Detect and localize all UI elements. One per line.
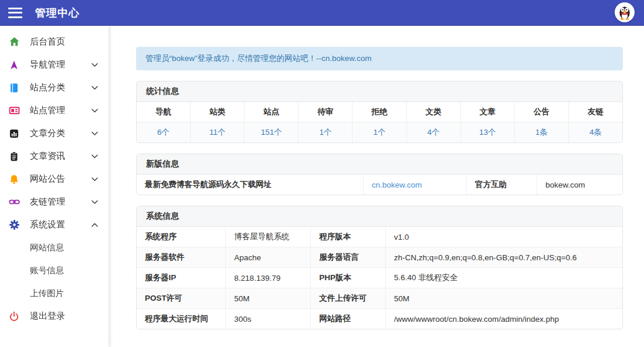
max-runtime-label: 程序最大运行时间 bbox=[137, 309, 226, 329]
post-limit-value: 50M bbox=[226, 288, 311, 308]
table-row: POST许可 50M 文件上传许可 50M bbox=[137, 288, 622, 309]
chevron-down-icon bbox=[91, 108, 98, 113]
sidebar-item-announcement[interactable]: 网站公告 bbox=[0, 168, 109, 190]
sidebar-item-label: 站点管理 bbox=[30, 105, 65, 116]
upload-limit-value: 50M bbox=[386, 288, 622, 308]
system-program-label: 系统程序 bbox=[137, 227, 226, 247]
navigation-icon bbox=[8, 59, 20, 71]
sidebar-item-label: 文章资讯 bbox=[30, 151, 65, 162]
stat-header: 文章 bbox=[461, 102, 515, 123]
sidebar-subitem-upload-image[interactable]: 上传图片 bbox=[0, 282, 109, 305]
sidebar-subitem-site-info[interactable]: 网站信息 bbox=[0, 236, 109, 259]
download-url-link[interactable]: cn.bokew.com bbox=[372, 181, 422, 189]
chevron-down-icon bbox=[91, 154, 98, 158]
stat-header: 站点 bbox=[245, 102, 299, 123]
version-info-card: 新版信息 最新免费博客导航源码永久下载网址 cn.bokew.com 官方互助 … bbox=[136, 154, 623, 195]
sidebar-item-label: 网站公告 bbox=[30, 174, 65, 185]
statistics-value-row: 6个 11个 151个 1个 1个 4个 13个 1条 4条 bbox=[137, 123, 622, 142]
sidebar-item-logout[interactable]: 退出登录 bbox=[0, 305, 109, 328]
post-limit-label: POST许可 bbox=[137, 288, 226, 308]
max-runtime-value: 300s bbox=[226, 309, 311, 329]
server-language-value: zh-CN,zh;q=0.9,en;q=0.8,en-GB;q=0.7,en-U… bbox=[386, 247, 622, 267]
bell-icon bbox=[8, 174, 20, 185]
link-chain-icon bbox=[8, 196, 20, 208]
main-content: 管理员“bokew”登录成功，尽情管理您的网站吧！--cn.bokew.com … bbox=[109, 0, 644, 347]
qq-penguin-icon bbox=[616, 4, 633, 21]
sidebar-item-nav-manage[interactable]: 导航管理 bbox=[0, 53, 109, 76]
stat-header: 拒绝 bbox=[352, 102, 406, 123]
sidebar-item-label: 导航管理 bbox=[30, 59, 65, 70]
statistics-card-title: 统计信息 bbox=[137, 81, 622, 102]
stat-header: 导航 bbox=[137, 102, 191, 123]
home-icon bbox=[8, 36, 20, 48]
sidebar-subitem-account-info[interactable]: 账号信息 bbox=[0, 259, 109, 282]
statistics-card: 统计信息 导航 站类 站点 待审 拒绝 文类 文章 公告 友链 6个 11个 1… bbox=[136, 81, 623, 143]
stat-value-links[interactable]: 4条 bbox=[569, 123, 622, 142]
stat-value-pending[interactable]: 1个 bbox=[299, 123, 352, 142]
stat-header: 文类 bbox=[407, 102, 461, 123]
site-path-value: /www/wwwroot/cn.bokew.com/admin/index.ph… bbox=[386, 309, 622, 329]
sidebar-item-system-settings[interactable]: 系统设置 bbox=[0, 213, 109, 236]
stat-header: 友链 bbox=[569, 102, 622, 123]
sidebar-item-site-manage[interactable]: 站点管理 bbox=[0, 99, 109, 122]
download-url-cell: cn.bokew.com bbox=[364, 175, 467, 195]
system-info-card: 系统信息 系统程序 博客屋导航系统 程序版本 v1.0 服务器软件 Apache… bbox=[136, 206, 623, 329]
gear-icon bbox=[8, 219, 20, 231]
sidebar-subitem-label: 网站信息 bbox=[30, 242, 64, 253]
sidebar-item-article-news[interactable]: 文章资讯 bbox=[0, 145, 109, 168]
system-program-value: 博客屋导航系统 bbox=[226, 227, 311, 247]
stat-value-site-class[interactable]: 11个 bbox=[191, 123, 245, 142]
program-version-label: 程序版本 bbox=[311, 227, 386, 247]
chevron-down-icon bbox=[91, 200, 98, 204]
sidebar-item-home[interactable]: 后台首页 bbox=[0, 30, 109, 53]
stat-value-rejected[interactable]: 1个 bbox=[352, 123, 406, 142]
server-software-label: 服务器软件 bbox=[137, 247, 226, 267]
sidebar-subitem-label: 上传图片 bbox=[30, 288, 64, 299]
chevron-down-icon bbox=[91, 177, 98, 181]
clipboard-icon bbox=[8, 151, 20, 162]
stat-header: 站类 bbox=[191, 102, 245, 123]
sidebar-item-friend-links[interactable]: 友链管理 bbox=[0, 190, 109, 213]
sidebar-item-site-category[interactable]: 站点分类 bbox=[0, 76, 109, 99]
version-card-title: 新版信息 bbox=[137, 154, 622, 175]
server-ip-label: 服务器IP bbox=[137, 268, 226, 288]
app-title: 管理中心 bbox=[35, 6, 80, 20]
stat-value-nav[interactable]: 6个 bbox=[137, 123, 191, 142]
book-icon bbox=[8, 82, 20, 94]
stat-header: 待审 bbox=[299, 102, 352, 123]
bar-chart-icon bbox=[8, 128, 20, 140]
user-avatar[interactable] bbox=[615, 2, 635, 22]
download-url-label: 最新免费博客导航源码永久下载网址 bbox=[137, 175, 364, 195]
table-row: 程序最大运行时间 300s 网站路径 /www/wwwroot/cn.bokew… bbox=[137, 309, 622, 329]
official-help-value: bokew.com bbox=[537, 175, 622, 195]
sidebar-item-label: 系统设置 bbox=[30, 219, 65, 230]
stat-value-article-class[interactable]: 4个 bbox=[407, 123, 461, 142]
stat-header: 公告 bbox=[515, 102, 569, 123]
menu-toggle-icon[interactable] bbox=[8, 7, 23, 19]
program-version-value: v1.0 bbox=[386, 227, 622, 247]
site-path-label: 网站路径 bbox=[311, 309, 386, 329]
php-version-value: 5.6.40 非线程安全 bbox=[386, 268, 622, 288]
server-software-value: Apache bbox=[226, 247, 311, 267]
stat-value-sites[interactable]: 151个 bbox=[245, 123, 299, 142]
stat-value-announcements[interactable]: 1条 bbox=[515, 123, 569, 142]
server-ip-value: 8.218.139.79 bbox=[226, 268, 311, 288]
chevron-up-icon bbox=[91, 223, 98, 227]
system-card-title: 系统信息 bbox=[137, 206, 622, 227]
table-row: 系统程序 博客屋导航系统 程序版本 v1.0 bbox=[137, 227, 622, 247]
card-list-icon bbox=[8, 105, 20, 117]
power-icon bbox=[8, 311, 20, 322]
php-version-label: PHP版本 bbox=[311, 268, 386, 288]
table-row: 服务器软件 Apache 服务器语言 zh-CN,zh;q=0.9,en;q=0… bbox=[137, 247, 622, 268]
sidebar: 后台首页 导航管理 站点分类 站点管理 文章分类 bbox=[0, 26, 109, 347]
statistics-header-row: 导航 站类 站点 待审 拒绝 文类 文章 公告 友链 bbox=[137, 102, 622, 123]
login-success-alert: 管理员“bokew”登录成功，尽情管理您的网站吧！--cn.bokew.com bbox=[136, 47, 623, 70]
sidebar-item-label: 友链管理 bbox=[30, 196, 65, 207]
chevron-down-icon bbox=[91, 131, 98, 135]
sidebar-item-label: 后台首页 bbox=[30, 36, 65, 47]
topbar: 管理中心 bbox=[0, 0, 644, 26]
official-help-label: 官方互助 bbox=[467, 175, 537, 195]
sidebar-item-article-category[interactable]: 文章分类 bbox=[0, 122, 109, 145]
stat-value-articles[interactable]: 13个 bbox=[461, 123, 515, 142]
table-row: 服务器IP 8.218.139.79 PHP版本 5.6.40 非线程安全 bbox=[137, 268, 622, 288]
